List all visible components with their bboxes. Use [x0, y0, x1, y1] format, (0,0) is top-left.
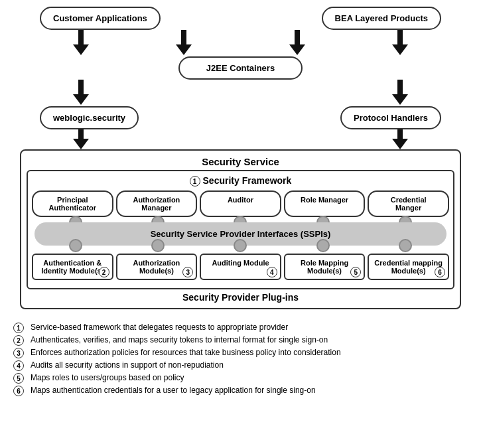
- managers-row: PrincipalAuthenticator AuthorizationMana…: [32, 190, 449, 217]
- authorization-manager-box: AuthorizationManager: [116, 190, 198, 217]
- module-num-4: 4: [267, 267, 277, 277]
- security-provider-plugins-title: Security Provider Plug-ins: [27, 292, 454, 303]
- legend-item-6: 6 Maps authentication credentials for a …: [13, 386, 468, 396]
- legend-text-2: Authenticates, verifies, and maps securi…: [31, 335, 328, 344]
- security-framework-title: 1 Security Framework: [32, 175, 449, 187]
- auditor-label: Auditor: [228, 196, 253, 204]
- auth-identity-module-box: Authentication &Identity Module(s) 2: [32, 254, 113, 280]
- protocol-handlers-box: Protocol Handlers: [340, 106, 441, 129]
- weblogic-security-box: weblogic.security: [40, 106, 139, 129]
- legend-num-6: 6: [13, 386, 31, 396]
- auditing-module-box: Auditing Module 4: [200, 254, 281, 280]
- authorization-manager-label: AuthorizationManager: [133, 196, 180, 212]
- principal-authenticator-box: PrincipalAuthenticator: [32, 190, 113, 217]
- sspi-label: Security Service Provider Interfaces (SS…: [151, 229, 331, 239]
- legend-num-2: 2: [13, 335, 31, 346]
- legend-num-4: 4: [13, 360, 31, 371]
- customer-applications-box: Customer Applications: [40, 7, 161, 30]
- legend: 1 Service-based framework that delegates…: [13, 323, 468, 396]
- legend-item-4: 4 Audits all security actions in support…: [13, 360, 468, 371]
- j2ee-containers-box: J2EE Containers: [178, 56, 303, 80]
- customer-applications-label: Customer Applications: [53, 13, 147, 23]
- credential-manager-box: CredentialManger: [368, 190, 449, 217]
- legend-num-1: 1: [13, 323, 31, 333]
- legend-text-6: Maps authentication credentials for a us…: [31, 386, 316, 395]
- circle-1: 1: [190, 176, 200, 187]
- legend-text-4: Audits all security actions in support o…: [31, 360, 224, 370]
- protocol-handlers-label: Protocol Handlers: [354, 113, 428, 123]
- legend-item-1: 1 Service-based framework that delegates…: [13, 323, 468, 333]
- legend-item-2: 2 Authenticates, verifies, and maps secu…: [13, 335, 468, 346]
- module-num-2: 2: [99, 267, 109, 277]
- security-framework-box: 1 Security Framework PrincipalAuthentica…: [27, 170, 454, 289]
- principal-authenticator-label: PrincipalAuthenticator: [49, 196, 97, 212]
- module-num-5: 5: [350, 267, 361, 277]
- role-manager-box: Role Manager: [284, 190, 366, 217]
- security-service-title: Security Service: [27, 156, 454, 167]
- legend-text-3: Enforces authorization policies for reso…: [31, 348, 341, 357]
- bea-layered-products-label: BEA Layered Products: [335, 13, 428, 23]
- legend-item-3: 3 Enforces authorization policies for re…: [13, 348, 468, 358]
- credential-manager-label: CredentialManger: [391, 196, 427, 212]
- sspi-bar: Security Service Provider Interfaces (SS…: [34, 222, 447, 246]
- auditing-module-label: Auditing Module: [212, 259, 269, 267]
- legend-text-1: Service-based framework that delegates r…: [31, 323, 288, 332]
- legend-num-3: 3: [13, 348, 31, 358]
- role-mapping-module-box: Role MappingModule(s) 5: [284, 254, 366, 280]
- auth-identity-module-label: Authentication &Identity Module(s): [41, 259, 103, 275]
- legend-num-5: 5: [13, 373, 31, 384]
- modules-row: Authentication &Identity Module(s) 2 Aut…: [32, 254, 449, 280]
- authorization-module-label: AuthorizationModule(s): [133, 259, 180, 275]
- auditor-box: Auditor: [200, 190, 281, 217]
- weblogic-security-label: weblogic.security: [53, 113, 125, 123]
- j2ee-containers-label: J2EE Containers: [206, 63, 275, 73]
- authorization-module-box: AuthorizationModule(s) 3: [116, 254, 198, 280]
- security-service-box: Security Service 1 Security Framework Pr…: [20, 149, 461, 309]
- bea-layered-products-box: BEA Layered Products: [322, 7, 441, 30]
- legend-item-5: 5 Maps roles to users/groups based on po…: [13, 373, 468, 384]
- role-manager-label: Role Manager: [301, 196, 348, 204]
- module-num-6: 6: [435, 267, 445, 277]
- credential-mapping-module-box: Credential mappingModule(s) 6: [368, 254, 449, 280]
- role-mapping-module-label: Role MappingModule(s): [301, 259, 348, 275]
- module-num-3: 3: [182, 267, 193, 277]
- diagram-area: Customer Applications BEA Layered Produc…: [0, 0, 481, 316]
- credential-mapping-module-label: Credential mappingModule(s): [374, 259, 443, 275]
- legend-text-5: Maps roles to users/groups based on poli…: [31, 373, 184, 382]
